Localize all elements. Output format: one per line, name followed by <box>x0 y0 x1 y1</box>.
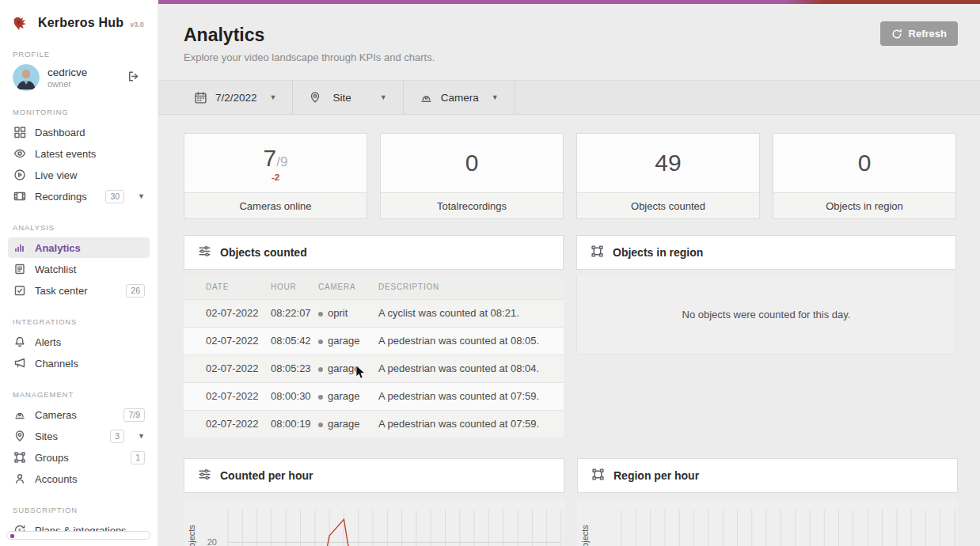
kpi-value: 7 <box>264 145 277 172</box>
app-root: Kerberos Hub v3.0 PROFILE cedricve owner… <box>0 0 980 546</box>
table-row[interactable]: 02-07-2022 08:05:42 garage A pedestrian … <box>184 327 564 355</box>
table-row[interactable]: 02-07-2022 08:00:30 garage A pedestrian … <box>184 382 564 410</box>
sidebar-item-live-view[interactable]: Live view <box>8 165 150 185</box>
nav-label: Watchlist <box>35 264 76 275</box>
camera-status-dot <box>318 312 323 317</box>
play-circle-icon <box>13 169 26 182</box>
nav-label: Groups <box>35 452 69 464</box>
map-pin-icon <box>309 91 321 104</box>
sites-badge: 3 <box>110 430 124 443</box>
main-content: Analytics Explore your video landscape t… <box>158 0 980 546</box>
section-profile: PROFILE <box>13 50 146 59</box>
sidebar-item-sites[interactable]: Sites 3 ▼ <box>8 426 150 446</box>
usage-progress-fill <box>10 534 14 538</box>
sidebar-item-cameras[interactable]: Cameras 7/9 <box>8 404 150 425</box>
nav-label: Latest events <box>35 148 96 160</box>
megaphone-icon <box>13 357 26 370</box>
profile-username: cedricve <box>47 66 87 78</box>
calendar-icon <box>194 91 207 104</box>
panel-title: Region per hour <box>613 469 699 482</box>
counted-per-hour-chart: 20objects <box>184 499 564 546</box>
app-logo[interactable]: Kerberos Hub v3.0 <box>13 16 146 33</box>
app-version: v3.0 <box>130 21 144 28</box>
region-per-hour-chart: objects <box>577 499 958 546</box>
camera-status-dot <box>318 423 323 427</box>
cameras-badge: 7/9 <box>123 408 145 422</box>
panel-title: Counted per hour <box>220 469 313 482</box>
region-per-hour-panel: Region per hour objects <box>577 458 958 546</box>
logout-icon[interactable] <box>127 70 140 86</box>
profile-row: cedricve owner <box>13 64 146 91</box>
recordings-badge: 30 <box>105 190 124 203</box>
panels-row: Objects counted DATE HOUR CAMERA DESCRIP… <box>184 235 956 438</box>
sidebar-item-alerts[interactable]: Alerts <box>8 332 150 352</box>
sidebar-item-watchlist[interactable]: Watchlist <box>8 259 150 279</box>
eye-icon <box>13 147 26 161</box>
kpi-objects-counted: 49 Objects counted <box>576 133 760 219</box>
nav-label: Sites <box>35 430 58 442</box>
kpi-total-recordings: 0 Totalrecordings <box>380 133 564 219</box>
chevron-down-icon: ▼ <box>380 93 387 101</box>
nav-label: Task center <box>35 285 87 297</box>
refresh-button[interactable]: Refresh <box>880 21 958 46</box>
nav-label: Recordings <box>35 191 87 203</box>
sidebar-item-task-center[interactable]: Task center 26 <box>8 280 150 301</box>
date-filter[interactable]: 7/2/2022 ▼ <box>178 81 293 114</box>
region-select-icon <box>591 468 605 484</box>
app-title: Kerberos Hub <box>38 16 123 30</box>
svg-text:20: 20 <box>207 537 217 546</box>
table-row[interactable]: 02-07-2022 08:00:19 garage A pedestrian … <box>184 410 564 438</box>
camera-filter[interactable]: Camera ▼ <box>404 81 515 114</box>
task-center-badge: 26 <box>126 284 145 298</box>
nav-label: Dashboard <box>35 127 85 138</box>
sidebar-item-accounts[interactable]: Accounts <box>8 468 150 489</box>
profile-role: owner <box>47 79 87 89</box>
sidebar-item-dashboard[interactable]: Dashboard <box>8 122 150 142</box>
table-row[interactable]: 02-07-2022 08:22:07 oprit A cyclist was … <box>184 299 564 327</box>
chevron-down-icon: ▼ <box>492 93 499 101</box>
page-title: Analytics <box>184 25 956 46</box>
empty-state-message: No objects were counted for this day. <box>576 275 956 355</box>
col-header-description: DESCRIPTION <box>374 275 564 299</box>
table-row[interactable]: 02-07-2022 08:05:23 garage A pedestrian … <box>184 355 564 382</box>
region-select-icon <box>13 451 26 464</box>
col-header-date: DATE <box>184 275 266 299</box>
sliders-icon <box>198 245 211 261</box>
person-icon <box>13 472 26 486</box>
sidebar-item-recordings[interactable]: Recordings 30 ▼ <box>8 186 150 207</box>
camera-icon <box>13 408 26 422</box>
section-subscription: SUBSCRIPTION <box>13 506 146 514</box>
film-icon <box>13 190 26 203</box>
nav-label: Cameras <box>35 409 77 421</box>
avatar[interactable] <box>13 64 40 91</box>
chevron-down-icon[interactable]: ▼ <box>138 432 145 440</box>
camera-status-dot <box>318 367 323 372</box>
sidebar: Kerberos Hub v3.0 PROFILE cedricve owner… <box>0 0 158 546</box>
section-analysis: ANALYSIS <box>13 223 146 232</box>
section-management: MANAGEMENT <box>13 390 146 399</box>
col-header-hour: HOUR <box>266 275 313 299</box>
kpi-label: Objects in region <box>773 192 955 218</box>
dashboard-icon <box>13 126 26 139</box>
sidebar-item-channels[interactable]: Channels <box>8 353 150 373</box>
sidebar-item-groups[interactable]: Groups 1 <box>8 447 150 468</box>
task-check-icon <box>13 284 26 298</box>
page-header: Analytics Explore your video landscape t… <box>158 4 980 63</box>
site-filter[interactable]: Site ▼ <box>293 81 403 114</box>
sidebar-item-analytics[interactable]: Analytics <box>8 237 150 258</box>
dashboard-content: 7 /9 -2 Cameras online 0 Totalrecordings… <box>158 115 980 546</box>
camera-icon <box>420 91 433 104</box>
map-pin-icon <box>13 430 26 443</box>
col-header-camera: CAMERA <box>313 275 374 299</box>
refresh-icon <box>891 28 902 40</box>
filter-bar: 7/2/2022 ▼ Site ▼ Camera ▼ <box>158 80 980 115</box>
camera-status-dot <box>318 395 323 400</box>
page-subtitle: Explore your video landscape through KPI… <box>184 51 956 63</box>
kpi-total: /9 <box>276 154 287 170</box>
chevron-down-icon[interactable]: ▼ <box>138 192 145 200</box>
section-monitoring: MONITORING <box>13 108 146 116</box>
refresh-label: Refresh <box>909 28 947 40</box>
site-filter-value: Site <box>332 92 351 104</box>
sidebar-item-latest-events[interactable]: Latest events <box>8 143 150 164</box>
kpi-label: Cameras online <box>184 192 367 218</box>
